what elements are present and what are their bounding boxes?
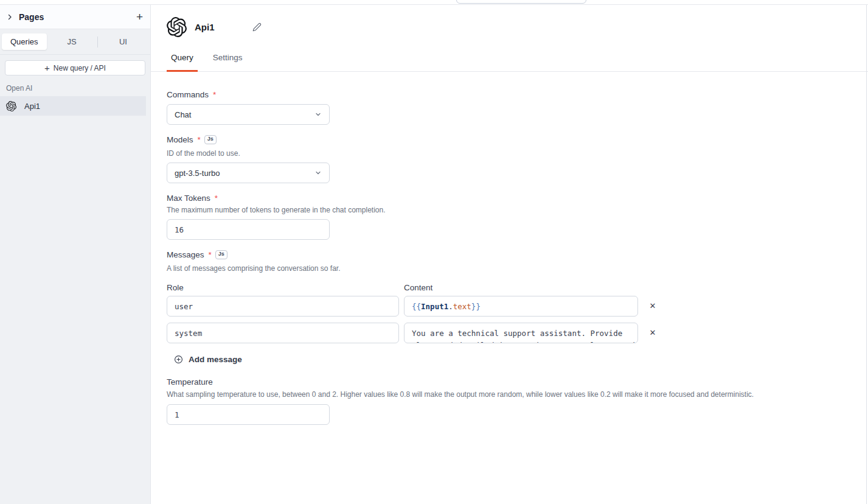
messages-column-headers: Role Content [167, 283, 852, 292]
required-asterisk: * [198, 135, 201, 144]
role-column-header: Role [167, 283, 404, 292]
required-asterisk: * [209, 250, 212, 259]
temperature-label: Temperature [167, 377, 213, 387]
remove-message-button[interactable]: ✕ [647, 327, 658, 338]
top-divider-strip [0, 0, 868, 5]
token-object: Input1 [421, 302, 448, 311]
chevron-down-icon [314, 111, 322, 118]
pages-header: Pages + [0, 5, 150, 29]
sidebar-tab-bar: Queries JS UI [0, 29, 150, 55]
commands-select-value: Chat [175, 110, 191, 119]
tab-queries[interactable]: Queries [2, 33, 47, 50]
query-editor-panel: Api1 Query Settings Commands* Chat Model… [151, 5, 868, 504]
content-line-1: You are a technical support assistant. P… [412, 327, 630, 340]
query-form: Commands* Chat Models* Js ID of the mode… [151, 90, 868, 425]
add-page-button[interactable]: + [136, 11, 143, 23]
max-tokens-description: The maximum number of tokens to generate… [167, 206, 852, 214]
message-row: user {{Input1.text}} ✕ [167, 296, 852, 317]
panel-right-border [866, 5, 867, 504]
plus-circle-icon [174, 355, 183, 364]
role-value: user [175, 302, 193, 311]
required-asterisk: * [213, 90, 216, 99]
token-close-brace: }} [471, 302, 481, 311]
datasource-section-label: Open AI [6, 84, 150, 93]
remove-message-button[interactable]: ✕ [647, 301, 658, 312]
query-title: Api1 [195, 22, 215, 32]
temperature-input[interactable] [167, 404, 330, 425]
new-query-button-label: New query / API [54, 64, 106, 72]
left-sidebar: Pages + Queries JS UI + New query / API … [0, 5, 151, 504]
tab-settings[interactable]: Settings [209, 53, 247, 71]
messages-label: Messages [167, 250, 204, 259]
add-message-label: Add message [189, 355, 242, 364]
max-tokens-label: Max Tokens [167, 194, 210, 203]
edit-pencil-icon[interactable] [252, 23, 262, 32]
content-input[interactable]: {{Input1.text}} [404, 296, 638, 317]
pages-title: Pages [19, 12, 44, 22]
max-tokens-input[interactable] [167, 219, 330, 240]
token-open-brace: {{ [412, 302, 421, 311]
token-dot: . [448, 302, 453, 311]
role-input[interactable]: system [167, 323, 399, 343]
canvas-size-dropdown-partial[interactable] [456, 0, 586, 4]
role-input[interactable]: user [167, 296, 399, 317]
role-value: system [175, 329, 202, 338]
openai-logo-icon [167, 17, 187, 37]
models-description: ID of the model to use. [167, 149, 852, 158]
add-message-button[interactable]: Add message [174, 355, 242, 364]
messages-description: A list of messages comprising the conver… [167, 264, 852, 273]
openai-logo-icon [6, 101, 16, 111]
content-line-2: clear and detailed instructions to resol… [412, 340, 630, 343]
commands-select[interactable]: Chat [167, 104, 330, 125]
new-query-button[interactable]: + New query / API [5, 60, 145, 75]
commands-label: Commands [167, 90, 209, 99]
models-select-value: gpt-3.5-turbo [175, 169, 220, 178]
temperature-description: What sampling temperature to use, betwee… [167, 390, 852, 399]
content-input[interactable]: You are a technical support assistant. P… [404, 323, 638, 343]
tab-ui[interactable]: UI [98, 37, 148, 46]
query-header: Api1 [167, 17, 868, 37]
tab-js[interactable]: JS [47, 37, 97, 46]
chevron-down-icon [314, 169, 322, 177]
models-label: Models [167, 135, 193, 144]
token-property: text [453, 302, 471, 311]
required-asterisk: * [215, 194, 218, 203]
query-tab-bar: Query Settings [151, 53, 868, 72]
js-badge: Js [215, 250, 227, 259]
js-badge: Js [204, 135, 217, 144]
chevron-right-icon[interactable] [6, 13, 13, 21]
plus-icon: + [44, 63, 50, 72]
content-column-header: Content [404, 283, 432, 292]
sidebar-item-api1[interactable]: Api1 [0, 96, 146, 116]
message-row: system You are a technical support assis… [167, 323, 852, 343]
sidebar-item-label: Api1 [24, 102, 40, 111]
models-select[interactable]: gpt-3.5-turbo [167, 163, 330, 183]
tab-query[interactable]: Query [167, 53, 198, 71]
